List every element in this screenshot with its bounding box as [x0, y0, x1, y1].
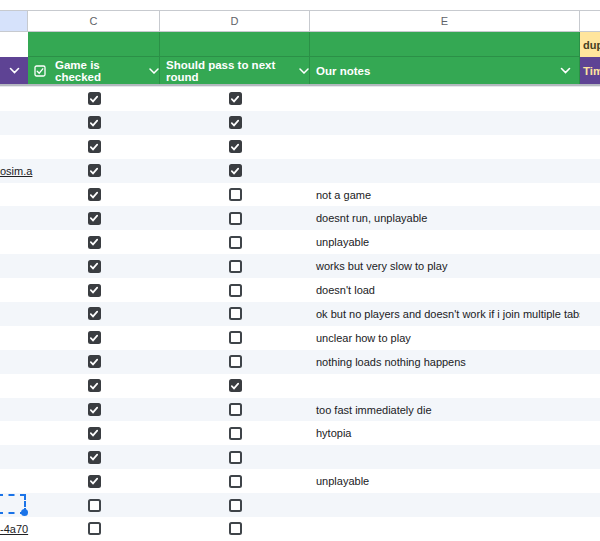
cell-note[interactable]: [310, 493, 580, 517]
cell-b-partial[interactable]: [0, 302, 28, 326]
cell-note[interactable]: doesn't load: [310, 278, 580, 302]
cell-b-partial[interactable]: [0, 254, 28, 278]
chevron-down-icon[interactable]: [560, 67, 571, 74]
checkbox[interactable]: [88, 260, 101, 273]
cell-note[interactable]: [310, 374, 580, 398]
banner-cell-b[interactable]: [0, 32, 28, 57]
checkbox[interactable]: [88, 331, 101, 344]
cell-note[interactable]: hytopia: [310, 421, 580, 445]
selection-marquee[interactable]: [0, 494, 26, 514]
checkbox[interactable]: [88, 355, 101, 368]
cell-f-partial[interactable]: [580, 493, 600, 517]
cell-note[interactable]: unclear how to play: [310, 326, 580, 350]
checkbox[interactable]: [88, 451, 101, 464]
checkbox[interactable]: [229, 92, 242, 105]
truncated-link[interactable]: -4a70: [0, 523, 28, 535]
checkbox[interactable]: [88, 379, 101, 392]
truncated-link[interactable]: osim.a: [0, 165, 32, 177]
cell-b-partial[interactable]: [0, 135, 28, 159]
checkbox[interactable]: [88, 140, 101, 153]
cell-b-partial[interactable]: [0, 111, 28, 135]
cell-b-partial[interactable]: [0, 469, 28, 493]
banner-cell-d[interactable]: [160, 32, 310, 57]
checkbox[interactable]: [88, 522, 101, 535]
filter-cell-game-is-checked[interactable]: Game is checked: [28, 57, 160, 84]
banner-cell-f-overflow[interactable]: dup: [580, 32, 600, 57]
cell-f-partial[interactable]: [580, 87, 600, 111]
checkbox[interactable]: [88, 116, 101, 129]
cell-f-partial[interactable]: [580, 517, 600, 541]
cell-note[interactable]: too fast immediately die: [310, 398, 580, 422]
checkbox[interactable]: [88, 236, 101, 249]
column-header-d[interactable]: D: [160, 11, 310, 31]
cell-note[interactable]: not a game: [310, 183, 580, 207]
cell-f-partial[interactable]: [580, 302, 600, 326]
cell-b-partial[interactable]: [0, 374, 28, 398]
cell-f-partial[interactable]: [580, 159, 600, 183]
cell-f-partial[interactable]: [580, 326, 600, 350]
column-header-e[interactable]: E: [310, 11, 580, 31]
checkbox[interactable]: [229, 164, 242, 177]
cell-note[interactable]: unplayable: [310, 230, 580, 254]
cell-note[interactable]: [310, 159, 580, 183]
checkbox[interactable]: [229, 451, 242, 464]
checkbox[interactable]: [229, 116, 242, 129]
cell-f-partial[interactable]: [580, 445, 600, 469]
cell-f-partial[interactable]: [580, 421, 600, 445]
cell-b-partial[interactable]: [0, 326, 28, 350]
cell-b-partial[interactable]: [0, 445, 28, 469]
checkbox[interactable]: [229, 307, 242, 320]
cell-b-partial[interactable]: [0, 183, 28, 207]
cell-note[interactable]: [310, 135, 580, 159]
banner-cell-c[interactable]: [28, 32, 160, 57]
checkbox[interactable]: [229, 140, 242, 153]
checkbox[interactable]: [229, 331, 242, 344]
checkbox[interactable]: [88, 284, 101, 297]
filter-cell-should-pass[interactable]: Should pass to next round: [160, 57, 310, 84]
chevron-down-icon[interactable]: [149, 68, 159, 74]
column-header-c[interactable]: C: [28, 11, 160, 31]
column-header-f-partial[interactable]: [580, 11, 600, 31]
cell-note[interactable]: doesnt run, unplayable: [310, 206, 580, 230]
cell-b-partial[interactable]: [0, 87, 28, 111]
cell-f-partial[interactable]: [580, 254, 600, 278]
checkbox[interactable]: [88, 427, 101, 440]
checkbox[interactable]: [88, 92, 101, 105]
checkbox[interactable]: [88, 307, 101, 320]
checkbox[interactable]: [229, 236, 242, 249]
cell-b-partial[interactable]: [0, 493, 28, 517]
checkbox[interactable]: [229, 260, 242, 273]
cell-f-partial[interactable]: [580, 398, 600, 422]
checkbox[interactable]: [229, 427, 242, 440]
cell-f-partial[interactable]: [580, 135, 600, 159]
selection-fill-handle[interactable]: [21, 509, 28, 516]
banner-cell-e[interactable]: [310, 32, 580, 57]
cell-f-partial[interactable]: [580, 278, 600, 302]
checkbox[interactable]: [88, 164, 101, 177]
cell-f-partial[interactable]: [580, 350, 600, 374]
column-header-b-partial[interactable]: [0, 11, 28, 31]
checkbox[interactable]: [229, 355, 242, 368]
cell-note[interactable]: ok but no players and doesn't work if i …: [310, 302, 580, 326]
filter-cell-our-notes[interactable]: Our notes: [310, 57, 580, 84]
checkbox[interactable]: [229, 212, 242, 225]
cell-note[interactable]: unplayable: [310, 469, 580, 493]
cell-b-partial[interactable]: [0, 350, 28, 374]
checkbox[interactable]: [88, 212, 101, 225]
cell-note[interactable]: works but very slow to play: [310, 254, 580, 278]
cell-f-partial[interactable]: [580, 206, 600, 230]
cell-note[interactable]: [310, 111, 580, 135]
checkbox[interactable]: [229, 499, 242, 512]
checkbox[interactable]: [229, 188, 242, 201]
cell-f-partial[interactable]: [580, 111, 600, 135]
filter-cell-b[interactable]: [0, 57, 28, 84]
checkbox[interactable]: [229, 475, 242, 488]
checkbox[interactable]: [88, 188, 101, 201]
checkbox[interactable]: [88, 499, 101, 512]
checkbox[interactable]: [229, 284, 242, 297]
cell-f-partial[interactable]: [580, 469, 600, 493]
chevron-down-icon[interactable]: [299, 68, 309, 74]
cell-f-partial[interactable]: [580, 230, 600, 254]
checkbox[interactable]: [88, 403, 101, 416]
cell-b-partial[interactable]: [0, 398, 28, 422]
